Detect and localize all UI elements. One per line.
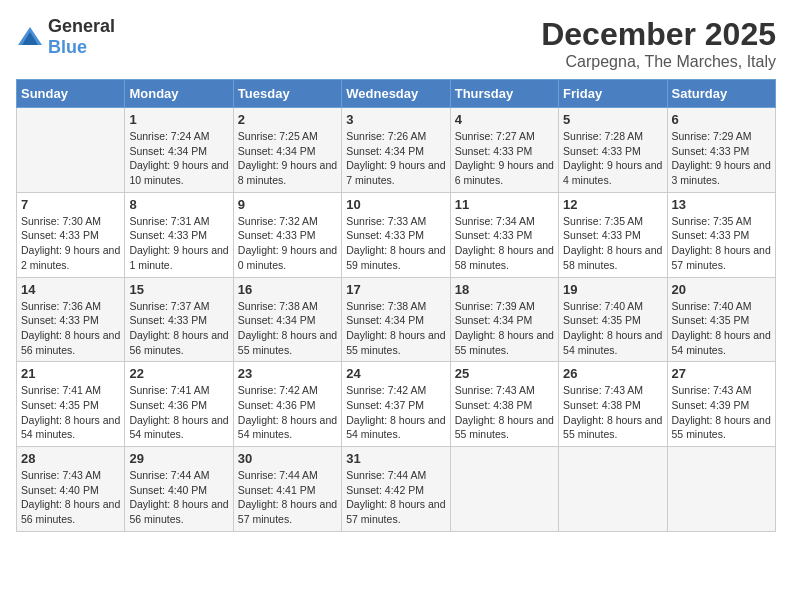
- calendar-cell: 11Sunrise: 7:34 AM Sunset: 4:33 PM Dayli…: [450, 192, 558, 277]
- calendar-cell: 2Sunrise: 7:25 AM Sunset: 4:34 PM Daylig…: [233, 108, 341, 193]
- day-detail: Sunrise: 7:32 AM Sunset: 4:33 PM Dayligh…: [238, 214, 337, 273]
- weekday-header-cell: Sunday: [17, 80, 125, 108]
- day-detail: Sunrise: 7:25 AM Sunset: 4:34 PM Dayligh…: [238, 129, 337, 188]
- day-detail: Sunrise: 7:24 AM Sunset: 4:34 PM Dayligh…: [129, 129, 228, 188]
- logo-blue: Blue: [48, 37, 87, 57]
- calendar-cell: 10Sunrise: 7:33 AM Sunset: 4:33 PM Dayli…: [342, 192, 450, 277]
- calendar-cell: 5Sunrise: 7:28 AM Sunset: 4:33 PM Daylig…: [559, 108, 667, 193]
- location-title: Carpegna, The Marches, Italy: [541, 53, 776, 71]
- calendar-cell: 21Sunrise: 7:41 AM Sunset: 4:35 PM Dayli…: [17, 362, 125, 447]
- day-number: 26: [563, 366, 662, 381]
- weekday-header-cell: Friday: [559, 80, 667, 108]
- day-detail: Sunrise: 7:37 AM Sunset: 4:33 PM Dayligh…: [129, 299, 228, 358]
- day-detail: Sunrise: 7:41 AM Sunset: 4:36 PM Dayligh…: [129, 383, 228, 442]
- calendar-cell: 6Sunrise: 7:29 AM Sunset: 4:33 PM Daylig…: [667, 108, 775, 193]
- day-number: 8: [129, 197, 228, 212]
- calendar-week-row: 14Sunrise: 7:36 AM Sunset: 4:33 PM Dayli…: [17, 277, 776, 362]
- day-detail: Sunrise: 7:27 AM Sunset: 4:33 PM Dayligh…: [455, 129, 554, 188]
- title-block: December 2025 Carpegna, The Marches, Ita…: [541, 16, 776, 71]
- day-number: 9: [238, 197, 337, 212]
- day-number: 31: [346, 451, 445, 466]
- day-number: 5: [563, 112, 662, 127]
- day-detail: Sunrise: 7:33 AM Sunset: 4:33 PM Dayligh…: [346, 214, 445, 273]
- day-detail: Sunrise: 7:28 AM Sunset: 4:33 PM Dayligh…: [563, 129, 662, 188]
- calendar-cell: 23Sunrise: 7:42 AM Sunset: 4:36 PM Dayli…: [233, 362, 341, 447]
- day-number: 22: [129, 366, 228, 381]
- weekday-header-cell: Tuesday: [233, 80, 341, 108]
- month-title: December 2025: [541, 16, 776, 53]
- calendar-week-row: 7Sunrise: 7:30 AM Sunset: 4:33 PM Daylig…: [17, 192, 776, 277]
- calendar-cell: 26Sunrise: 7:43 AM Sunset: 4:38 PM Dayli…: [559, 362, 667, 447]
- day-number: 6: [672, 112, 771, 127]
- day-number: 28: [21, 451, 120, 466]
- calendar-cell: 20Sunrise: 7:40 AM Sunset: 4:35 PM Dayli…: [667, 277, 775, 362]
- calendar-cell: 29Sunrise: 7:44 AM Sunset: 4:40 PM Dayli…: [125, 447, 233, 532]
- day-detail: Sunrise: 7:30 AM Sunset: 4:33 PM Dayligh…: [21, 214, 120, 273]
- weekday-header-cell: Monday: [125, 80, 233, 108]
- day-number: 23: [238, 366, 337, 381]
- day-detail: Sunrise: 7:43 AM Sunset: 4:39 PM Dayligh…: [672, 383, 771, 442]
- day-detail: Sunrise: 7:43 AM Sunset: 4:38 PM Dayligh…: [455, 383, 554, 442]
- day-number: 19: [563, 282, 662, 297]
- day-number: 15: [129, 282, 228, 297]
- day-number: 3: [346, 112, 445, 127]
- calendar-cell: 16Sunrise: 7:38 AM Sunset: 4:34 PM Dayli…: [233, 277, 341, 362]
- calendar-cell: 28Sunrise: 7:43 AM Sunset: 4:40 PM Dayli…: [17, 447, 125, 532]
- weekday-header-cell: Wednesday: [342, 80, 450, 108]
- calendar-cell: 27Sunrise: 7:43 AM Sunset: 4:39 PM Dayli…: [667, 362, 775, 447]
- calendar-cell: 25Sunrise: 7:43 AM Sunset: 4:38 PM Dayli…: [450, 362, 558, 447]
- day-number: 18: [455, 282, 554, 297]
- logo-general: General: [48, 16, 115, 36]
- calendar-cell: 24Sunrise: 7:42 AM Sunset: 4:37 PM Dayli…: [342, 362, 450, 447]
- day-number: 4: [455, 112, 554, 127]
- logo: General Blue: [16, 16, 115, 58]
- weekday-header-cell: Saturday: [667, 80, 775, 108]
- calendar-cell: 1Sunrise: 7:24 AM Sunset: 4:34 PM Daylig…: [125, 108, 233, 193]
- day-detail: Sunrise: 7:44 AM Sunset: 4:40 PM Dayligh…: [129, 468, 228, 527]
- day-number: 13: [672, 197, 771, 212]
- calendar-cell: 30Sunrise: 7:44 AM Sunset: 4:41 PM Dayli…: [233, 447, 341, 532]
- page-header: General Blue December 2025 Carpegna, The…: [16, 16, 776, 71]
- day-detail: Sunrise: 7:40 AM Sunset: 4:35 PM Dayligh…: [672, 299, 771, 358]
- day-detail: Sunrise: 7:44 AM Sunset: 4:42 PM Dayligh…: [346, 468, 445, 527]
- day-number: 24: [346, 366, 445, 381]
- weekday-header-row: SundayMondayTuesdayWednesdayThursdayFrid…: [17, 80, 776, 108]
- day-detail: Sunrise: 7:34 AM Sunset: 4:33 PM Dayligh…: [455, 214, 554, 273]
- day-number: 29: [129, 451, 228, 466]
- day-detail: Sunrise: 7:26 AM Sunset: 4:34 PM Dayligh…: [346, 129, 445, 188]
- weekday-header-cell: Thursday: [450, 80, 558, 108]
- day-number: 25: [455, 366, 554, 381]
- calendar-week-row: 21Sunrise: 7:41 AM Sunset: 4:35 PM Dayli…: [17, 362, 776, 447]
- calendar-cell: 31Sunrise: 7:44 AM Sunset: 4:42 PM Dayli…: [342, 447, 450, 532]
- calendar-cell: 22Sunrise: 7:41 AM Sunset: 4:36 PM Dayli…: [125, 362, 233, 447]
- day-detail: Sunrise: 7:35 AM Sunset: 4:33 PM Dayligh…: [672, 214, 771, 273]
- day-detail: Sunrise: 7:38 AM Sunset: 4:34 PM Dayligh…: [238, 299, 337, 358]
- day-number: 17: [346, 282, 445, 297]
- calendar-cell: 3Sunrise: 7:26 AM Sunset: 4:34 PM Daylig…: [342, 108, 450, 193]
- day-detail: Sunrise: 7:36 AM Sunset: 4:33 PM Dayligh…: [21, 299, 120, 358]
- day-detail: Sunrise: 7:43 AM Sunset: 4:38 PM Dayligh…: [563, 383, 662, 442]
- day-detail: Sunrise: 7:44 AM Sunset: 4:41 PM Dayligh…: [238, 468, 337, 527]
- day-detail: Sunrise: 7:29 AM Sunset: 4:33 PM Dayligh…: [672, 129, 771, 188]
- day-detail: Sunrise: 7:40 AM Sunset: 4:35 PM Dayligh…: [563, 299, 662, 358]
- calendar-cell: 18Sunrise: 7:39 AM Sunset: 4:34 PM Dayli…: [450, 277, 558, 362]
- day-detail: Sunrise: 7:42 AM Sunset: 4:37 PM Dayligh…: [346, 383, 445, 442]
- day-number: 14: [21, 282, 120, 297]
- calendar-cell: 14Sunrise: 7:36 AM Sunset: 4:33 PM Dayli…: [17, 277, 125, 362]
- day-detail: Sunrise: 7:42 AM Sunset: 4:36 PM Dayligh…: [238, 383, 337, 442]
- calendar-cell: 19Sunrise: 7:40 AM Sunset: 4:35 PM Dayli…: [559, 277, 667, 362]
- calendar-cell: [559, 447, 667, 532]
- day-detail: Sunrise: 7:31 AM Sunset: 4:33 PM Dayligh…: [129, 214, 228, 273]
- calendar-cell: [450, 447, 558, 532]
- logo-icon: [16, 23, 44, 51]
- calendar-table: SundayMondayTuesdayWednesdayThursdayFrid…: [16, 79, 776, 532]
- day-number: 1: [129, 112, 228, 127]
- calendar-cell: 8Sunrise: 7:31 AM Sunset: 4:33 PM Daylig…: [125, 192, 233, 277]
- day-detail: Sunrise: 7:43 AM Sunset: 4:40 PM Dayligh…: [21, 468, 120, 527]
- day-number: 27: [672, 366, 771, 381]
- day-number: 21: [21, 366, 120, 381]
- day-number: 11: [455, 197, 554, 212]
- day-number: 20: [672, 282, 771, 297]
- day-detail: Sunrise: 7:35 AM Sunset: 4:33 PM Dayligh…: [563, 214, 662, 273]
- calendar-cell: 12Sunrise: 7:35 AM Sunset: 4:33 PM Dayli…: [559, 192, 667, 277]
